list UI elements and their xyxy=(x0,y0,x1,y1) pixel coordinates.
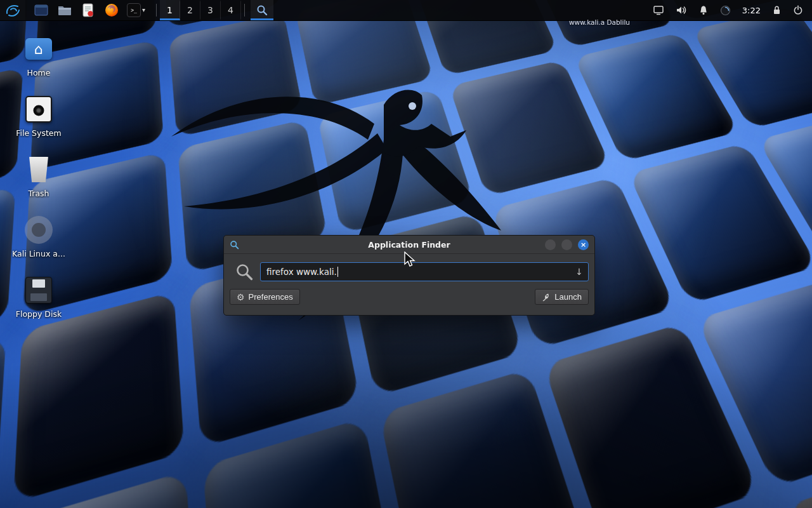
top-panel: >_ ▾ 1 2 3 4 xyxy=(0,0,812,21)
workspace-label: 1 xyxy=(167,5,173,15)
text-caret xyxy=(337,267,338,277)
taskbar-application-finder[interactable] xyxy=(251,0,273,20)
logout-power-icon[interactable] xyxy=(793,5,803,15)
gear-icon: ⚙ xyxy=(237,293,245,302)
workspace-button-1[interactable]: 1 xyxy=(160,0,180,20)
chevron-down-icon[interactable]: ▾ xyxy=(142,7,145,13)
kali-menu-icon xyxy=(4,3,21,18)
application-finder-window: Application Finder × firefox www.kali. ↓… xyxy=(223,235,595,316)
desktop-icon-column: ⌂ Home File System Trash Kali Linux a...… xyxy=(9,33,69,335)
desktop-icon-file-system[interactable]: File System xyxy=(9,93,69,138)
floppy-disk-icon xyxy=(25,277,52,304)
history-dropdown-icon[interactable]: ↓ xyxy=(575,267,583,277)
search-input[interactable]: firefox www.kali. ↓ xyxy=(260,262,589,281)
launch-label: Launch xyxy=(554,292,582,302)
desktop-icon-label: Kali Linux a... xyxy=(12,249,65,258)
magnifier-icon xyxy=(256,4,268,16)
desktop-icon-trash[interactable]: Trash xyxy=(9,154,69,198)
preferences-label: Preferences xyxy=(249,292,293,302)
text-editor-launcher[interactable] xyxy=(80,3,96,18)
desktop-icon-label: Home xyxy=(27,68,51,77)
firefox-icon xyxy=(105,3,119,17)
firefox-launcher[interactable] xyxy=(103,3,119,18)
desktop-icon-label: Floppy Disk xyxy=(16,309,62,319)
workspace-button-2[interactable]: 2 xyxy=(180,0,200,20)
window-buttons: × xyxy=(545,239,589,250)
window-title: Application Finder xyxy=(224,240,594,250)
file-system-icon xyxy=(25,96,52,123)
launch-icon xyxy=(542,293,551,302)
home-icon: ⌂ xyxy=(25,38,52,60)
workspace-label: 3 xyxy=(207,5,213,15)
panel-spacer xyxy=(273,0,653,20)
workspace-switcher: 1 2 3 4 xyxy=(160,0,241,20)
trash-icon xyxy=(28,157,49,182)
document-icon xyxy=(82,3,94,17)
maximize-button[interactable] xyxy=(561,239,572,250)
workspace-label: 4 xyxy=(228,5,233,15)
volume-icon[interactable] xyxy=(676,5,687,15)
window-icon xyxy=(34,4,48,16)
preferences-button[interactable]: ⚙ Preferences xyxy=(230,289,300,305)
titlebar[interactable]: Application Finder × xyxy=(224,236,594,254)
display-icon[interactable] xyxy=(653,5,664,15)
desktop-icon-kali-linux[interactable]: Kali Linux a... xyxy=(9,214,69,258)
lock-icon[interactable] xyxy=(772,5,782,15)
terminal-launcher[interactable]: >_ ▾ xyxy=(127,3,145,17)
search-icon xyxy=(235,263,253,281)
window-manager-launcher[interactable] xyxy=(33,3,49,18)
notifications-bell-icon[interactable] xyxy=(698,5,709,15)
desktop-icon-label: File System xyxy=(16,128,62,138)
file-manager-launcher[interactable] xyxy=(56,3,72,18)
status-orb-icon[interactable] xyxy=(720,5,731,16)
terminal-icon: >_ xyxy=(127,3,141,17)
close-icon: × xyxy=(580,241,586,249)
desktop-icon-label: Trash xyxy=(28,189,49,198)
panel-launchers: >_ ▾ xyxy=(25,0,153,20)
search-query-text: firefox www.kali. xyxy=(266,267,337,277)
house-glyph: ⌂ xyxy=(34,41,43,57)
minimize-button[interactable] xyxy=(545,239,556,250)
clock[interactable]: 3:22 xyxy=(742,6,761,15)
stray-window-title-text: www.kali.a Dablilu xyxy=(569,18,630,26)
panel-separator xyxy=(244,4,245,17)
desktop-icon-floppy-disk[interactable]: Floppy Disk xyxy=(9,274,69,319)
workspace-button-3[interactable]: 3 xyxy=(200,0,221,20)
terminal-prompt-glyph: >_ xyxy=(131,8,137,13)
workspace-button-4[interactable]: 4 xyxy=(221,0,241,20)
panel-separator xyxy=(156,4,157,17)
workspace-label: 2 xyxy=(187,5,193,15)
close-button[interactable]: × xyxy=(578,239,589,250)
dialog-body: firefox www.kali. ↓ ⚙ Preferences Launch xyxy=(224,254,594,305)
folder-icon xyxy=(58,4,72,16)
kali-disc-icon xyxy=(25,216,53,244)
launch-button[interactable]: Launch xyxy=(535,289,589,305)
desktop-icon-home[interactable]: ⌂ Home xyxy=(9,33,69,77)
system-tray: 3:22 xyxy=(653,0,812,20)
applications-menu-button[interactable] xyxy=(0,0,25,20)
